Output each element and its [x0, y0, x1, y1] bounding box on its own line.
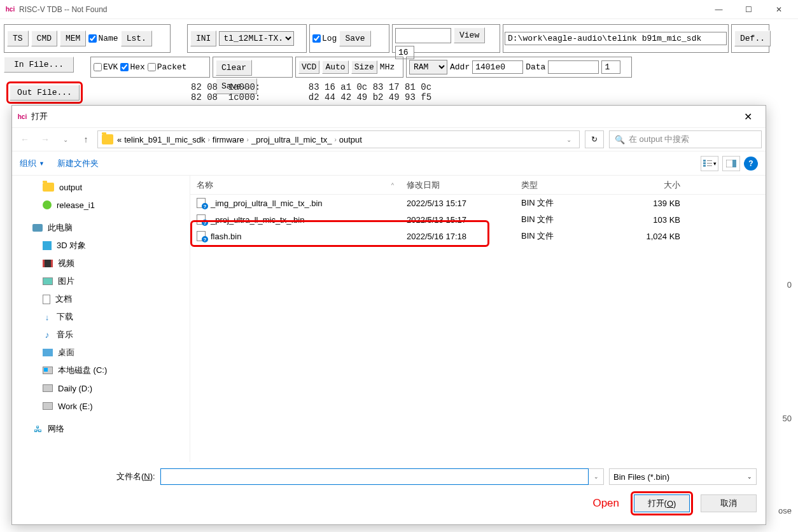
side-text-0: 0 — [787, 280, 792, 290]
view-mode-button[interactable]: ▾ — [701, 156, 718, 171]
chevron-right-icon: › — [334, 136, 336, 143]
sidebar-item[interactable]: ♪音乐 — [12, 326, 190, 344]
cmd-button[interactable]: CMD — [31, 31, 57, 46]
breadcrumb-seg-0[interactable]: telink_b91_ll_mic_sdk — [124, 135, 205, 144]
log-checkbox[interactable]: Log — [312, 34, 337, 43]
sidebar-item-label: 文档 — [55, 293, 72, 305]
sidebar-item[interactable]: output — [12, 178, 190, 196]
out-file-button[interactable]: Out File... — [10, 85, 80, 101]
breadcrumb-seg-2[interactable]: _proj_ultra_ll_mic_tx_ — [251, 135, 332, 144]
size-button[interactable]: Size — [351, 60, 377, 74]
data-label: Data — [526, 62, 545, 72]
svg-rect-2 — [703, 165, 706, 167]
close-button[interactable]: ✕ — [764, 1, 793, 18]
sidebar-item[interactable]: 此电脑 — [12, 219, 190, 237]
addr-input[interactable] — [472, 60, 523, 74]
main-title-bar: hci RISC-V TDB -- Not Found — ☐ ✕ — [0, 0, 798, 19]
vcd-button[interactable]: VCD — [298, 60, 319, 74]
sidebar-item-label: 3D 对象 — [57, 240, 86, 251]
window-title: RISC-V TDB -- Not Found — [19, 5, 704, 14]
ini-select[interactable]: tl_12MLI-TX. — [219, 31, 294, 46]
num-input[interactable] — [601, 60, 620, 74]
cancel-button[interactable]: 取消 — [701, 494, 757, 512]
name-checkbox[interactable]: Name — [88, 34, 118, 43]
breadcrumb-seg-3[interactable]: output — [339, 135, 362, 144]
ram-select[interactable]: RAM — [409, 60, 447, 74]
search-input[interactable]: 🔍 在 output 中搜索 — [609, 130, 762, 148]
ic-img-icon — [43, 277, 53, 285]
maximize-button[interactable]: ☐ — [734, 1, 763, 18]
ic-3d-icon — [43, 241, 52, 250]
sidebar-item[interactable]: 桌面 — [12, 344, 190, 361]
sidebar-item[interactable]: 3D 对象 — [12, 237, 190, 255]
dialog-title: 打开 — [31, 111, 735, 122]
toolbar-group-path — [503, 24, 729, 53]
minimize-button[interactable]: — — [704, 1, 733, 18]
nav-forward-button[interactable]: → — [36, 130, 54, 148]
breadcrumb-prefix: « — [117, 135, 122, 144]
dialog-nav-bar: ← → ⌄ ↑ « telink_b91_ll_mic_sdk › firmwa… — [12, 127, 766, 151]
data-input[interactable] — [548, 60, 599, 74]
dialog-close-button[interactable]: ✕ — [735, 107, 760, 126]
file-type: BIN 文件 — [515, 214, 610, 225]
file-icon: ? — [197, 231, 207, 241]
breadcrumb-seg-1[interactable]: firmware — [213, 135, 244, 144]
dialog-title-bar: hci 打开 ✕ — [12, 106, 766, 127]
in-file-button[interactable]: In File... — [4, 57, 74, 73]
file-open-dialog: hci 打开 ✕ ← → ⌄ ↑ « telink_b91_ll_mic_sdk… — [11, 105, 766, 525]
col-date[interactable]: 修改日期 — [400, 179, 515, 191]
organize-button[interactable]: 组织 ▼ — [20, 158, 45, 169]
hex-checkbox[interactable]: Hex — [120, 62, 144, 72]
ini-button[interactable]: INI — [190, 31, 216, 46]
toolbar: TS CMD MEM Name Lst. INI tl_12MLI-TX. Lo… — [0, 19, 798, 80]
new-folder-button[interactable]: 新建文件夹 — [57, 158, 99, 169]
file-icon: ? — [197, 214, 207, 225]
ts-button[interactable]: TS — [7, 31, 29, 46]
breadcrumb-dropdown[interactable]: ⌄ — [563, 136, 575, 143]
sidebar-item[interactable]: 视频 — [12, 255, 190, 272]
preview-pane-button[interactable] — [722, 156, 740, 171]
file-filter-select[interactable]: Bin Files (*.bin) ⌄ — [609, 468, 757, 485]
addr-label: Addr — [450, 62, 470, 72]
lst-button[interactable]: Lst. — [121, 31, 152, 46]
clear-button[interactable]: Clear — [216, 60, 252, 76]
sidebar-item[interactable]: 图片 — [12, 272, 190, 290]
evk-checkbox[interactable]: EVK — [94, 62, 118, 72]
save-button[interactable]: Save — [339, 31, 370, 46]
file-row[interactable]: ?_proj_ultra_ll_mic_tx_.bin2022/5/13 15:… — [190, 211, 766, 228]
open-button[interactable]: 打开(O) — [634, 494, 690, 512]
auto-button[interactable]: Auto — [322, 60, 348, 74]
view-button[interactable]: View — [454, 27, 485, 43]
sidebar-item[interactable]: Daily (D:) — [12, 379, 190, 397]
def-button[interactable]: Def.. — [734, 31, 771, 46]
filename-dropdown[interactable]: ⌄ — [589, 468, 604, 485]
sidebar-item[interactable]: 文档 — [12, 290, 190, 308]
col-type[interactable]: 类型 — [515, 179, 610, 191]
sidebar-item[interactable]: ↓下载 — [12, 308, 190, 326]
sidebar-item-label: Work (E:) — [58, 402, 93, 411]
sidebar-item[interactable]: 🖧网络 — [12, 420, 190, 438]
sidebar-item[interactable]: Work (E:) — [12, 397, 190, 415]
dialog-icon: hci — [17, 111, 27, 122]
col-size[interactable]: 大小 — [610, 179, 687, 191]
file-row[interactable]: ?flash.bin2022/5/16 17:18BIN 文件1,024 KB — [190, 228, 766, 244]
help-button[interactable]: ? — [744, 157, 758, 171]
breadcrumb[interactable]: « telink_b91_ll_mic_sdk › firmware › _pr… — [97, 130, 580, 148]
path-input[interactable] — [505, 32, 727, 45]
filename-input[interactable] — [160, 468, 589, 485]
sidebar-item-label: 网络 — [48, 423, 64, 435]
refresh-button[interactable]: ↻ — [585, 130, 604, 148]
nav-back-button[interactable]: ← — [16, 130, 34, 148]
nav-up-button[interactable]: ↑ — [77, 130, 95, 148]
ic-disk-icon — [43, 402, 53, 410]
ic-disk-icon — [43, 384, 53, 392]
col-name[interactable]: 名称^ — [190, 179, 400, 191]
ic-music-icon: ♪ — [43, 330, 52, 339]
nav-history-dropdown[interactable]: ⌄ — [57, 130, 74, 148]
packet-checkbox[interactable]: Packet — [148, 62, 187, 72]
sidebar-item[interactable]: 本地磁盘 (C:) — [12, 361, 190, 379]
sidebar-item[interactable]: release_i1 — [12, 196, 190, 214]
mem-button[interactable]: MEM — [60, 31, 86, 46]
file-row[interactable]: ?_img_proj_ultra_ll_mic_tx_.bin2022/5/13… — [190, 195, 766, 211]
chevron-right-icon: › — [247, 136, 249, 143]
